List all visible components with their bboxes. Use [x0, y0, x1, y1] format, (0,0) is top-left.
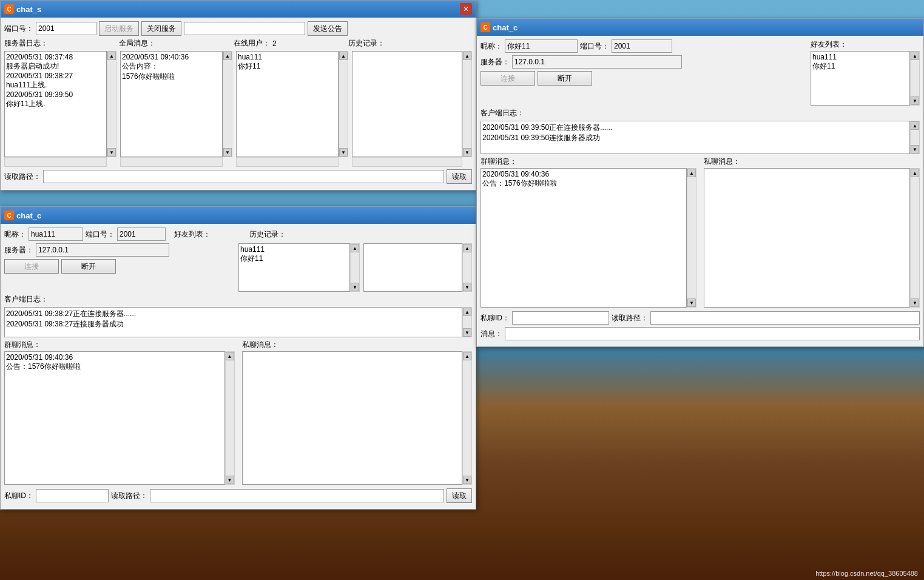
connect-button-b[interactable]: 连接: [4, 259, 59, 274]
connect-button-t[interactable]: 连接: [481, 71, 535, 86]
disconnect-button-b[interactable]: 断开: [61, 259, 116, 274]
server-row-t: 服务器：: [481, 55, 807, 69]
nickname-input-b[interactable]: [29, 228, 83, 241]
port-input-b[interactable]: [117, 228, 166, 241]
fs-up-t[interactable]: ▲: [911, 52, 919, 60]
friends-scrollbar-t[interactable]: ▲ ▼: [910, 51, 920, 106]
send-broadcast-button[interactable]: 发送公告: [308, 21, 348, 36]
hscroll-corner-1: [107, 157, 116, 167]
chat-c-top-body: 昵称： 端口号： 服务器： 连接 断开 好友列表： hua111 你: [477, 36, 923, 346]
start-service-button[interactable]: 启动服务: [99, 21, 139, 36]
hscroll-1[interactable]: [4, 157, 107, 167]
gm-down-t[interactable]: ▼: [687, 298, 696, 307]
fs-down-t[interactable]: ▼: [911, 96, 919, 105]
chat-s-title-left: C chat_s: [4, 4, 41, 14]
read-path-input[interactable]: [43, 170, 444, 183]
scroll-down[interactable]: ▼: [107, 148, 116, 157]
history-text-b: [363, 243, 462, 292]
group-msg-scrollbar-b[interactable]: ▲ ▼: [225, 351, 235, 485]
scroll-down-2[interactable]: ▼: [223, 148, 232, 157]
read-path-label: 读取路径：: [4, 172, 41, 182]
pm-up-t[interactable]: ▲: [911, 169, 919, 177]
cl-down-t[interactable]: ▼: [911, 145, 919, 153]
disconnect-button-t[interactable]: 断开: [538, 71, 592, 86]
private-msg-label-b: 私聊消息：: [242, 340, 473, 350]
private-id-input-t[interactable]: [512, 311, 609, 325]
pm-scroll-down-b[interactable]: ▼: [463, 476, 471, 484]
hscroll-2[interactable]: [120, 157, 223, 167]
server-log-scrollbar[interactable]: ▲ ▼: [107, 51, 116, 157]
chat-s-top-row: 端口号： 启动服务 关闭服务 发送公告: [4, 21, 472, 36]
chat-s-window: C chat_s ✕ 端口号： 启动服务 关闭服务 发送公告 服务器日志： 全局…: [0, 0, 476, 191]
history-panel-b: ▲ ▼: [363, 243, 472, 292]
hscroll-3[interactable]: [236, 157, 339, 167]
cl-scroll-down-b[interactable]: ▼: [463, 328, 471, 337]
friends-scroll-down-b[interactable]: ▼: [351, 283, 359, 291]
pm-down-t[interactable]: ▼: [911, 298, 919, 307]
history-label-b: 历史记录：: [249, 229, 286, 240]
gm-scroll-up-b[interactable]: ▲: [226, 352, 234, 360]
server-input-b[interactable]: [36, 243, 169, 257]
group-msg-panel-t: 2020/05/31 09:40:36 公告：1576你好啦啦啦 ▲ ▼: [481, 168, 696, 308]
read-path-input-b[interactable]: [150, 489, 444, 502]
client-log-scrollbar-b[interactable]: ▲ ▼: [462, 307, 472, 337]
history-scrollbar-b[interactable]: ▲ ▼: [462, 243, 472, 292]
history-scroll-down-b[interactable]: ▼: [463, 283, 471, 291]
scroll-down-4[interactable]: ▼: [463, 148, 471, 157]
private-msg-scrollbar-b[interactable]: ▲ ▼: [462, 351, 472, 485]
read-path-input-t[interactable]: [650, 311, 920, 325]
private-msg-label-t: 私聊消息：: [704, 157, 920, 167]
cl-up-t[interactable]: ▲: [911, 121, 919, 130]
close-service-button[interactable]: 关闭服务: [141, 21, 181, 36]
chat-s-body: 端口号： 启动服务 关闭服务 发送公告 服务器日志： 全局消息： 在线用户： 2…: [1, 18, 476, 190]
pm-scroll-up-b[interactable]: ▲: [463, 352, 471, 360]
global-msg-scrollbar[interactable]: ▲ ▼: [223, 51, 232, 157]
server-log-text: 2020/05/31 09:37:48 服务器启动成功! 2020/05/31 …: [4, 51, 107, 157]
online-users-scrollbar[interactable]: ▲ ▼: [339, 51, 348, 157]
friends-scrollbar-b[interactable]: ▲ ▼: [350, 243, 360, 292]
cl-scroll-up-b[interactable]: ▲: [463, 308, 471, 316]
cc-bottom-left: 服务器： 连接 断开: [4, 243, 235, 292]
chat-s-close-button[interactable]: ✕: [460, 3, 472, 15]
port-input[interactable]: [36, 22, 96, 35]
gm-scrollbar-t[interactable]: ▲ ▼: [687, 168, 696, 308]
scroll-up-2[interactable]: ▲: [223, 52, 232, 60]
message-input-t[interactable]: [505, 327, 920, 340]
private-id-label-b: 私聊ID：: [4, 491, 33, 501]
private-id-input-b[interactable]: [36, 489, 109, 502]
nickname-input-t[interactable]: [505, 39, 578, 53]
private-id-label-t: 私聊ID：: [481, 313, 510, 323]
scroll-up-4[interactable]: ▲: [463, 52, 471, 60]
scroll-down-3[interactable]: ▼: [339, 148, 348, 157]
read-button[interactable]: 读取: [447, 169, 472, 184]
port-input-t[interactable]: [612, 39, 672, 53]
chat-c-bottom-title: chat_c: [16, 211, 41, 220]
chat-s-titlebar: C chat_s ✕: [1, 1, 476, 18]
chat-c-top-title-left: C chat_c: [481, 22, 518, 32]
pm-scrollbar-t[interactable]: ▲ ▼: [910, 168, 920, 308]
scroll-up[interactable]: ▲: [107, 52, 116, 60]
group-msg-panel-b: 2020/05/31 09:40:36 公告：1576你好啦啦啦 ▲ ▼: [4, 351, 235, 485]
cl-scrollbar-t[interactable]: ▲ ▼: [910, 121, 920, 154]
server-input-t[interactable]: [512, 55, 682, 69]
hscroll-corner-2: [223, 157, 232, 167]
hscroll-corner-4: [462, 157, 472, 167]
read-btn-b[interactable]: 读取: [447, 488, 472, 503]
scroll-up-3[interactable]: ▲: [339, 52, 348, 60]
history-scroll-up-b[interactable]: ▲: [463, 244, 471, 252]
gm-up-t[interactable]: ▲: [687, 169, 696, 177]
gm-scroll-down-b[interactable]: ▼: [226, 476, 234, 484]
history-scrollbar[interactable]: ▲ ▼: [462, 51, 472, 157]
client-log-label-t: 客户端日志：: [481, 108, 524, 118]
chat-c-top-icon: C: [481, 22, 490, 32]
broadcast-input[interactable]: [184, 22, 305, 35]
friends-scroll-up-b[interactable]: ▲: [351, 244, 359, 252]
bottom-row-t2: 消息：: [481, 327, 920, 340]
server-label-t: 服务器：: [481, 57, 510, 67]
private-msg-text-t: [704, 168, 910, 308]
server-row-b: 服务器：: [4, 243, 235, 257]
cc-top-row1: 昵称： 端口号： 服务器： 连接 断开 好友列表： hua111 你: [481, 39, 920, 106]
hscroll-4[interactable]: [352, 157, 462, 167]
read-path-label-b: 读取路径：: [111, 491, 147, 501]
server-log-panel: 2020/05/31 09:37:48 服务器启动成功! 2020/05/31 …: [4, 51, 116, 157]
